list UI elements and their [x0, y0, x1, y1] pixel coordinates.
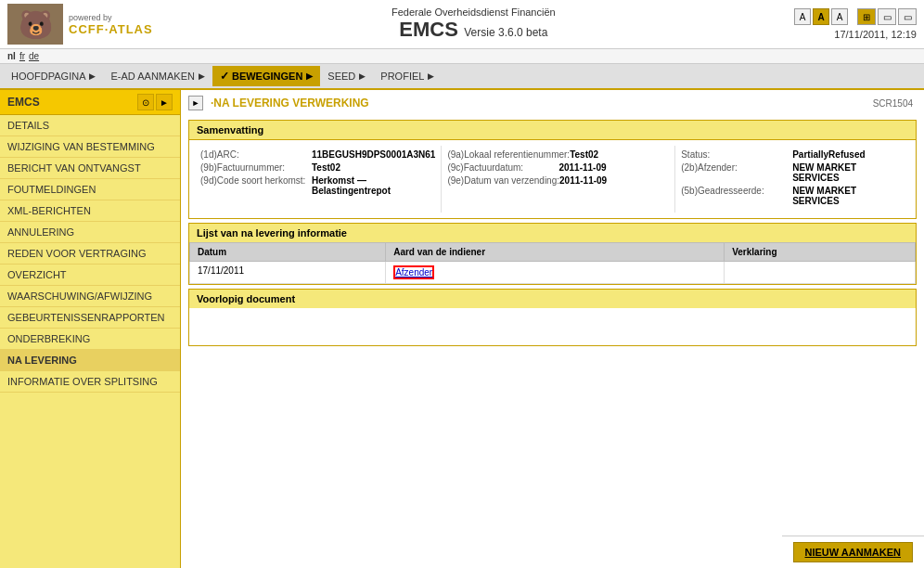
sidebar-icon-2[interactable]: ►	[156, 94, 173, 110]
nav-ead-aanmaken[interactable]: E-AD AANMAKEN	[103, 67, 212, 85]
sidebar-item-waarschuwing[interactable]: WAARSCHUWING/AFWIJZING	[0, 286, 180, 307]
expand-arrow-button[interactable]: ►	[188, 96, 203, 110]
nav-seed[interactable]: SEED	[320, 67, 373, 85]
app-title-area: Federale Overheidsdienst Financiën EMCS …	[153, 6, 794, 42]
nav-hoofdpagina-label: HOOFDPAGINA	[11, 71, 85, 82]
col-indiener: Aard van de indiener	[386, 243, 725, 262]
afzender-row: (2b)Afzender: NEW MARKET SERVICES	[681, 162, 905, 183]
nav-hoofdpagina[interactable]: HOOFDPAGINA	[4, 67, 103, 85]
powered-by-text: powered by	[69, 13, 153, 22]
sidebar-icon-1[interactable]: ⊙	[137, 94, 154, 110]
app-name-version: EMCS Versie 3.6.0 beta	[153, 18, 794, 42]
check-icon: ✓	[220, 70, 229, 83]
cell-verklaring	[725, 262, 916, 284]
nieuw-aanmaken-button[interactable]: NIEUW AANMAKEN	[793, 542, 913, 562]
sidebar-item-gebeurtenissen[interactable]: GEBEURTENISSENRAPPORTEN	[0, 307, 180, 329]
gov-title: Federale Overheidsdienst Financiën	[153, 6, 794, 18]
sidebar-item-details[interactable]: DETAILS	[0, 115, 180, 136]
view-button-1[interactable]: ⊞	[857, 8, 876, 25]
logo-image: 🐻	[7, 4, 63, 45]
voorlopig-body	[189, 308, 916, 345]
nav-ead-label: E-AD AANMAKEN	[110, 71, 194, 82]
sidebar-item-bericht[interactable]: BERICHT VAN ONTVANGST	[0, 158, 180, 179]
nav-profiel[interactable]: PROFIEL	[373, 67, 442, 85]
table-header-row: Datum Aard van de indiener Verklaring	[190, 243, 916, 262]
page-footer: NIEUW AANMAKEN	[782, 536, 924, 568]
font-medium-button[interactable]: A	[813, 8, 829, 25]
view-button-3[interactable]: ▭	[898, 8, 917, 25]
app-version: Versie 3.6.0 beta	[461, 26, 547, 39]
sidebar-item-reden[interactable]: REDEN VOOR VERTRAGING	[0, 243, 180, 265]
col-datum: Datum	[190, 243, 386, 262]
logo-area: 🐻 powered by CCFF·ATLAS	[7, 4, 153, 45]
geadresseerde-value: NEW MARKET SERVICES	[792, 186, 905, 206]
code-row: (9d)Code soort herkomst: Herkomst — Bela…	[200, 175, 435, 196]
font-small-button[interactable]: A	[794, 8, 811, 25]
verzending-label: (9e)Datum van verzending:	[447, 175, 559, 186]
verzending-value: 2011-11-09	[559, 175, 607, 186]
lokaal-value: Test02	[570, 149, 598, 160]
status-value: PartiallyRefused	[792, 149, 865, 160]
header-controls: A A A ⊞ ▭ ▭ 17/11/2011, 12:19	[794, 8, 917, 40]
sidebar-item-onderbreking[interactable]: ONDERBREKING	[0, 329, 180, 350]
view-button-2[interactable]: ▭	[878, 8, 896, 25]
lang-fr[interactable]: fr	[19, 51, 25, 61]
lang-de[interactable]: de	[29, 51, 39, 61]
sidebar-item-overzicht[interactable]: OVERZICHT	[0, 265, 180, 286]
lokaal-row: (9a)Lokaal referentienummer: Test02	[447, 149, 669, 160]
main-layout: EMCS ⊙ ► DETAILS WIJZIGING VAN BESTEMMIN…	[0, 90, 924, 568]
content-area: ► ·NA LEVERING VERWERKING SCR1504 Samenv…	[181, 90, 924, 568]
sidebar-item-na-levering[interactable]: NA LEVERING	[0, 350, 180, 371]
sidebar-item-fout[interactable]: FOUTMELDINGEN	[0, 179, 180, 200]
nav-seed-label: SEED	[327, 71, 355, 82]
navigation-bar: HOOFDPAGINA E-AD AANMAKEN ✓ BEWEGINGEN S…	[0, 64, 924, 90]
list-header: Lijst van na levering informatie	[189, 224, 916, 242]
status-label: Status:	[681, 149, 792, 160]
page-title: ·NA LEVERING VERWERKING	[207, 97, 369, 110]
datetime-display: 17/11/2011, 12:19	[834, 29, 917, 40]
app-name: EMCS	[399, 18, 458, 41]
scr-reference: SCR1504	[873, 98, 920, 109]
brand-name: CCFF·ATLAS	[69, 22, 153, 36]
list-table: Datum Aard van de indiener Verklaring 17…	[189, 242, 916, 284]
geadresseerde-row: (5b)Geadresseerde: NEW MARKET SERVICES	[681, 186, 905, 206]
nav-profiel-label: PROFIEL	[380, 71, 424, 82]
list-section: Lijst van na levering informatie Datum A…	[188, 223, 917, 285]
font-large-button[interactable]: A	[831, 8, 848, 25]
geadresseerde-label: (5b)Geadresseerde:	[681, 186, 792, 206]
sidebar-item-splitsing[interactable]: INFORMATIE OVER SPLITSING	[0, 371, 180, 393]
code-value: Herkomst — Belastingentrepot	[312, 175, 435, 196]
sidebar-title: EMCS	[7, 96, 40, 109]
nav-bewegingen[interactable]: ✓ BEWEGINGEN	[212, 66, 320, 86]
arc-row: (1d)ARC: 11BEGUSH9DPS0001A3N61	[200, 149, 435, 160]
afzender-value: NEW MARKET SERVICES	[792, 162, 905, 183]
language-bar: nl fr de	[0, 49, 924, 64]
factuur-datum-row: (9c)Factuurdatum: 2011-11-09	[447, 162, 669, 173]
sidebar-header: EMCS ⊙ ►	[0, 90, 180, 115]
factuur-datum-label: (9c)Factuurdatum:	[447, 162, 558, 173]
cell-datum: 17/11/2011	[190, 262, 386, 284]
afzender-link-button[interactable]: Afzender	[393, 265, 434, 279]
sidebar-item-wijziging[interactable]: WIJZIGING VAN BESTEMMING	[0, 136, 180, 158]
factuur-row: (9b)Factuurnummer: Test02	[200, 162, 435, 173]
sidebar-icon-group: ⊙ ►	[137, 94, 173, 110]
page-header: 🐻 powered by CCFF·ATLAS Federale Overhei…	[0, 0, 924, 49]
summary-right: Status: PartiallyRefused (2b)Afzender: N…	[675, 146, 910, 213]
summary-section: Samenvatting (1d)ARC: 11BEGUSH9DPS0001A3…	[188, 120, 917, 219]
verzending-row: (9e)Datum van verzending: 2011-11-09	[447, 175, 669, 186]
factuur-label: (9b)Factuurnummer:	[200, 162, 312, 173]
sidebar-item-xml[interactable]: XML-BERICHTEN	[0, 200, 180, 222]
arc-label: (1d)ARC:	[200, 149, 312, 160]
summary-middle: (9a)Lokaal referentienummer: Test02 (9c)…	[441, 146, 675, 213]
status-row: Status: PartiallyRefused	[681, 149, 905, 160]
lang-nl[interactable]: nl	[7, 51, 16, 61]
summary-body: (1d)ARC: 11BEGUSH9DPS0001A3N61 (9b)Factu…	[189, 140, 916, 218]
col-verklaring: Verklaring	[725, 243, 916, 262]
sidebar-item-annulering[interactable]: ANNULERING	[0, 222, 180, 243]
sidebar: EMCS ⊙ ► DETAILS WIJZIGING VAN BESTEMMIN…	[0, 90, 181, 568]
nav-bewegingen-label: BEWEGINGEN	[232, 71, 302, 82]
table-row: 17/11/2011 Afzender	[190, 262, 916, 284]
summary-header: Samenvatting	[189, 121, 916, 140]
voorlopig-section: Voorlopig document	[188, 289, 917, 346]
summary-grid: (1d)ARC: 11BEGUSH9DPS0001A3N61 (9b)Factu…	[195, 146, 910, 213]
